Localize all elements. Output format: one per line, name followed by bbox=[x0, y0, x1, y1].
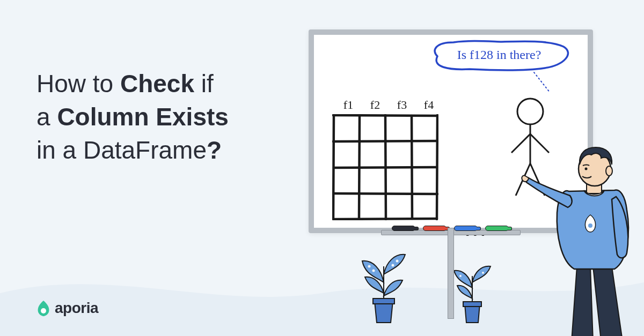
marker-red-icon bbox=[423, 226, 447, 231]
svg-point-8 bbox=[372, 270, 375, 272]
aporia-logo-icon bbox=[36, 300, 50, 316]
svg-point-9 bbox=[396, 260, 399, 263]
title-bold: ? bbox=[207, 136, 222, 164]
svg-point-13 bbox=[482, 272, 484, 274]
svg-point-15 bbox=[588, 223, 592, 228]
svg-point-18 bbox=[606, 166, 612, 176]
page-title: How to Check if a Column Exists in a Dat… bbox=[36, 67, 229, 167]
brand-logo: aporia bbox=[36, 300, 98, 317]
svg-point-19 bbox=[585, 168, 588, 170]
title-text: a bbox=[36, 103, 57, 131]
person-illustration-icon bbox=[521, 127, 644, 336]
title-bold: Check bbox=[120, 70, 194, 98]
column-header: f1 bbox=[335, 98, 361, 112]
svg-point-20 bbox=[41, 308, 46, 313]
marker-green-icon bbox=[485, 226, 509, 231]
svg-point-12 bbox=[459, 275, 462, 277]
column-header: f4 bbox=[416, 98, 442, 112]
svg-rect-11 bbox=[373, 298, 394, 304]
grid-headers: f1 f2 f3 f4 bbox=[332, 98, 442, 112]
plant-left-icon bbox=[354, 245, 413, 325]
column-header: f3 bbox=[389, 98, 415, 112]
column-header: f2 bbox=[362, 98, 388, 112]
svg-rect-14 bbox=[463, 302, 481, 307]
whiteboard-stand bbox=[448, 228, 454, 319]
marker-black-icon bbox=[392, 226, 415, 231]
grid-table: f1 f2 f3 f4 bbox=[332, 98, 442, 220]
title-bold: Column Exists bbox=[57, 103, 229, 131]
svg-line-0 bbox=[534, 72, 550, 93]
svg-point-10 bbox=[392, 264, 394, 267]
title-text: How to bbox=[36, 70, 120, 98]
title-text: in a DataFrame bbox=[36, 136, 207, 164]
svg-point-1 bbox=[517, 99, 543, 124]
marker-blue-icon bbox=[454, 226, 478, 231]
brand-name: aporia bbox=[55, 300, 98, 317]
thought-bubble: Is f128 in there? bbox=[427, 39, 572, 74]
svg-point-7 bbox=[368, 265, 371, 268]
title-text: if bbox=[194, 70, 214, 98]
bubble-text: Is f128 in there? bbox=[427, 48, 572, 62]
